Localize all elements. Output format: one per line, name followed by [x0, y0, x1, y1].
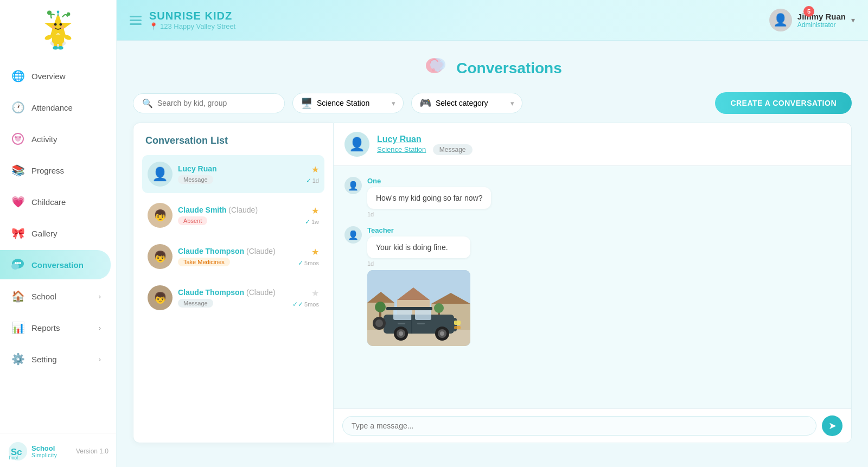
chat-panel: 👤 Lucy Ruan Science Station Message [334, 123, 852, 443]
sidebar-item-school[interactable]: 🏠 School › [0, 282, 111, 311]
svg-point-20 [19, 136, 21, 138]
jeep-image [367, 270, 470, 346]
school-info: SUNRISE KIDZ 📍 123 Happy Valley Street [149, 10, 235, 30]
hamburger-menu[interactable] [130, 16, 142, 25]
sidebar-item-reports[interactable]: 📊 Reports › [0, 313, 111, 342]
search-input[interactable] [157, 99, 266, 107]
user-dropdown-arrow[interactable]: ▾ [851, 16, 855, 24]
chat-contact-name[interactable]: Lucy Ruan [377, 135, 473, 144]
star-icon[interactable]: ★ [311, 247, 319, 257]
chat-messages: 👤 One How's my kid going so far now? 1d … [334, 166, 851, 408]
sidebar-item-label: School [31, 292, 56, 301]
svg-point-6 [53, 46, 58, 49]
category-select[interactable]: Select category Message Absent [436, 99, 506, 107]
sidebar-item-childcare[interactable]: 💗 Childcare [0, 187, 111, 216]
conversation-item[interactable]: 👦 Claude Thompson (Claude) Take Medicine… [142, 238, 324, 276]
chat-message-input[interactable] [342, 416, 816, 436]
conversations-icon [423, 53, 449, 79]
svg-rect-47 [393, 309, 412, 320]
avatar-icon: 👤 [773, 13, 788, 27]
conv-name: Claude Thompson (Claude) [178, 247, 292, 255]
message-time: 1d [367, 211, 491, 217]
svg-point-11 [57, 11, 60, 14]
chat-contact-tag: Message [433, 144, 473, 155]
conv-info: Claude Thompson (Claude) Message [178, 288, 287, 308]
sidebar-item-conversation[interactable]: Conversation [0, 250, 111, 279]
conversations-area: Conversation List 👤 Lucy Ruan Message ★ … [117, 123, 868, 454]
category-icon: 🎮 [419, 97, 431, 109]
svg-point-44 [434, 303, 444, 313]
check-icon: ✓ [298, 259, 303, 267]
conversation-icon [10, 257, 26, 273]
sidebar-item-label: Reports [31, 323, 60, 332]
send-message-button[interactable]: ➤ [822, 415, 843, 436]
progress-icon: 📚 [10, 162, 26, 178]
conversation-list-panel: Conversation List 👤 Lucy Ruan Message ★ … [133, 123, 334, 443]
school-icon: 🏠 [10, 288, 26, 304]
check-icon: ✓ [306, 177, 311, 184]
conv-meta: ★ ✓✓ 5mos [292, 288, 319, 308]
sidebar-item-activity[interactable]: Activity [0, 124, 111, 153]
star-icon[interactable]: ★ [311, 206, 319, 216]
conv-avatar: 👦 [148, 244, 173, 269]
message-sender-avatar: 👤 [344, 177, 362, 194]
svg-point-54 [440, 331, 444, 336]
svg-point-15 [47, 11, 52, 15]
user-avatar: 👤 [769, 9, 792, 31]
brand-name: School [31, 444, 57, 452]
attendance-icon: 🕐 [10, 99, 26, 116]
conv-time: ✓ 1w [305, 218, 319, 226]
star-icon[interactable]: ★ [311, 288, 319, 298]
reports-arrow-icon: › [99, 324, 101, 332]
create-conversation-button[interactable]: CREATE A CONVERSATION [715, 92, 852, 114]
avatar-child-icon: 👦 [154, 250, 167, 263]
sidebar-item-label: Activity [31, 135, 58, 144]
sidebar-item-setting[interactable]: ⚙️ Setting › [0, 344, 111, 374]
sidebar-item-progress[interactable]: 📚 Progress [0, 156, 111, 185]
group-select[interactable]: Science Station Group A Group B [317, 99, 387, 107]
conv-info: Claude Smith (Claude) Absent [178, 206, 299, 225]
chat-header: 👤 Lucy Ruan Science Station Message [334, 123, 851, 166]
conv-time: ✓ 1d [306, 177, 319, 184]
conv-info: Claude Thompson (Claude) Take Medicines [178, 247, 292, 266]
avatar-person-icon: 👤 [152, 167, 168, 182]
svg-point-10 [59, 23, 62, 26]
notification-badge[interactable]: 5 [803, 6, 814, 17]
conversation-item[interactable]: 👦 Claude Thompson (Claude) Message ★ ✓✓ … [142, 279, 324, 317]
sidebar-item-attendance[interactable]: 🕐 Attendance [0, 93, 111, 122]
svg-point-24 [17, 262, 19, 264]
sidebar-item-label: Childcare [31, 197, 66, 207]
category-select-box[interactable]: 🎮 Select category Message Absent ▾ [411, 93, 522, 113]
sidebar-item-gallery[interactable]: 🎀 Gallery [0, 219, 111, 248]
conversation-item[interactable]: 👤 Lucy Ruan Message ★ ✓ 1d [142, 155, 324, 193]
message-time: 1d [367, 260, 470, 267]
app-header: SUNRISE KIDZ 📍 123 Happy Valley Street 5… [117, 0, 868, 41]
avatar-icon: 👤 [348, 230, 359, 240]
page-header: Conversations [117, 41, 868, 92]
group-select-box[interactable]: 🖥️ Science Station Group A Group B ▾ [292, 93, 404, 113]
page-title: Conversations [456, 60, 562, 77]
star-icon[interactable]: ★ [311, 164, 319, 175]
svg-rect-59 [398, 323, 405, 324]
conv-tag: Take Medicines [178, 258, 230, 266]
conv-avatar: 👤 [148, 162, 173, 187]
chat-group-name[interactable]: Science Station [377, 145, 426, 153]
avatar-child-icon: 👦 [154, 291, 167, 304]
message-image [367, 270, 470, 346]
header-left: SUNRISE KIDZ 📍 123 Happy Valley Street [130, 10, 235, 30]
svg-point-13 [52, 25, 55, 29]
message-sender-label: One [367, 177, 491, 185]
setting-arrow-icon: › [99, 355, 101, 363]
avatar-icon: 👤 [348, 181, 359, 191]
conv-name: Claude Smith (Claude) [178, 206, 299, 214]
avatar-child-icon: 👦 [154, 209, 167, 222]
childcare-icon: 💗 [10, 194, 26, 210]
sidebar-item-overview[interactable]: 🌐 Overview [0, 61, 111, 91]
check-icon: ✓ [305, 218, 310, 226]
conv-meta: ★ ✓ 1d [306, 164, 319, 184]
conversation-item[interactable]: 👦 Claude Smith (Claude) Absent ★ ✓ 1w [142, 196, 324, 234]
svg-point-31 [432, 68, 435, 72]
page-content: Conversations 🔍 🖥️ Science Station Group… [117, 41, 868, 467]
sidebar-logo [0, 0, 116, 56]
activity-icon [10, 131, 26, 147]
